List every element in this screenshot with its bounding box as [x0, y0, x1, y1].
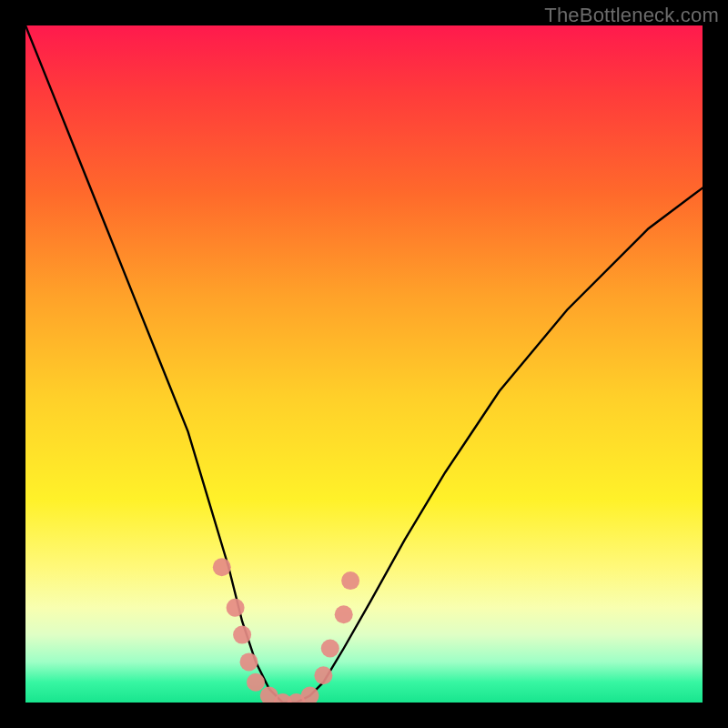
highlight-dot: [247, 673, 265, 692]
highlight-dot: [335, 605, 353, 623]
highlight-dot: [213, 558, 231, 576]
chart-frame: TheBottleneck.com: [0, 0, 728, 728]
highlight-dot: [314, 666, 332, 684]
bottleneck-curve: [25, 25, 703, 703]
bottleneck-curve-svg: [25, 25, 703, 703]
chart-plot-area: [25, 25, 703, 703]
watermark-text: TheBottleneck.com: [544, 4, 719, 27]
highlight-dot: [341, 571, 359, 590]
highlight-dot: [321, 640, 339, 658]
highlight-dots-group: [213, 558, 359, 703]
highlight-dot: [233, 626, 251, 644]
highlight-dot: [240, 652, 258, 671]
highlight-dot: [227, 599, 245, 617]
